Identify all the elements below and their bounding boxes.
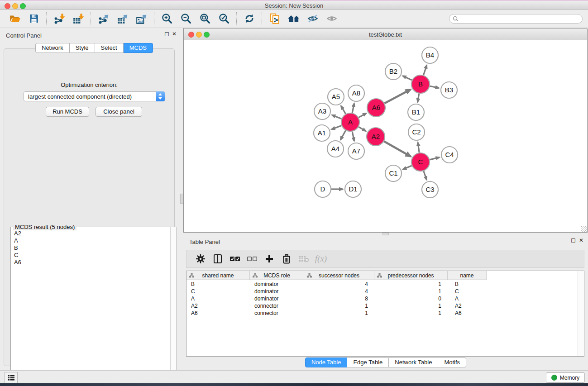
mcds-tab-content: Optimization criterion: largest connecte…: [4, 48, 175, 366]
node-B4[interactable]: B4: [422, 47, 438, 63]
search-input[interactable]: [449, 14, 583, 24]
open-folder-icon: [9, 13, 21, 24]
mcds-result-item[interactable]: A6: [11, 259, 171, 266]
table-scrollbar[interactable]: [578, 271, 584, 356]
mcds-result-item[interactable]: A2: [11, 230, 171, 237]
tab-style[interactable]: Style: [70, 43, 95, 53]
node-A[interactable]: A: [341, 113, 359, 131]
column-header-predecessor-nodes[interactable]: predecessor nodes: [374, 271, 448, 280]
node-table: shared nameMCDS rolesuccessor nodesprede…: [186, 271, 584, 357]
run-mcds-button[interactable]: Run MCDS: [46, 107, 89, 117]
node-C3[interactable]: C3: [422, 181, 438, 198]
tab-motifs[interactable]: Motifs: [438, 357, 466, 367]
zoom-in-button[interactable]: [160, 12, 174, 25]
network-window-titlebar[interactable]: testGlobe.txt: [184, 29, 587, 40]
mcds-result-item[interactable]: A: [11, 237, 171, 244]
column-header-successor-nodes[interactable]: successor nodes: [304, 271, 374, 280]
zoom-selected-icon: [218, 13, 230, 24]
table-settings-button[interactable]: [194, 253, 207, 265]
node-D[interactable]: D: [315, 181, 331, 197]
tab-mcds[interactable]: MCDS: [124, 43, 153, 53]
deselect-all-rows-button[interactable]: [246, 253, 258, 265]
memory-button[interactable]: Memory: [546, 372, 585, 383]
table-row[interactable]: A6connector11A6: [186, 310, 578, 317]
tab-node-table[interactable]: Node Table: [305, 357, 348, 367]
table-row[interactable]: A2connector11A2: [186, 302, 578, 310]
select-all-rows-button[interactable]: [229, 253, 241, 265]
cell-shared-name: A: [186, 295, 250, 302]
node-C4[interactable]: C4: [441, 147, 458, 163]
svg-text:C2: C2: [412, 128, 421, 136]
tab-select[interactable]: Select: [95, 43, 124, 53]
network-column-icon: [189, 273, 194, 278]
cell-name: C: [448, 288, 487, 295]
node-A7[interactable]: A7: [348, 143, 364, 159]
export-table-button[interactable]: [116, 12, 129, 25]
zoom-selected-button[interactable]: [217, 12, 231, 25]
edge-B-B2: [403, 76, 412, 80]
node-A4[interactable]: A4: [327, 141, 344, 157]
toggle-panel-layout-button[interactable]: [211, 253, 224, 265]
tab-network-table[interactable]: Network Table: [389, 357, 438, 367]
hide-selected-button[interactable]: [306, 12, 320, 25]
optimization-criterion-label: Optimization criterion:: [4, 81, 174, 88]
node-A8[interactable]: A8: [348, 85, 364, 101]
toolbar-separator: [236, 12, 237, 25]
mcds-result-scrollbar[interactable]: [170, 227, 177, 382]
mcds-result-item[interactable]: B: [11, 244, 171, 252]
close-panel-icon[interactable]: ✕: [172, 31, 177, 37]
zoom-fit-button[interactable]: [198, 12, 212, 25]
table-float-panel-icon[interactable]: ◻: [571, 238, 576, 243]
table-close-panel-icon[interactable]: ✕: [579, 238, 583, 243]
float-panel-icon[interactable]: ◻: [164, 31, 169, 37]
table-row[interactable]: Bdominator41B: [186, 281, 578, 288]
import-network-button[interactable]: [53, 12, 66, 25]
edge-A6-B: [385, 90, 411, 104]
node-A3[interactable]: A3: [314, 103, 330, 119]
export-network-button[interactable]: [97, 12, 110, 25]
node-B1[interactable]: B1: [408, 104, 424, 120]
task-history-button[interactable]: [5, 372, 18, 383]
table-row[interactable]: Cdominator41C: [186, 288, 578, 295]
node-B3[interactable]: B3: [441, 82, 457, 98]
export-image-button[interactable]: [135, 12, 148, 25]
node-D1[interactable]: D1: [345, 181, 361, 197]
column-label: MCDS role: [263, 272, 290, 279]
apply-layout-button[interactable]: [243, 12, 256, 25]
node-A5[interactable]: A5: [328, 89, 344, 105]
node-B2[interactable]: B2: [385, 63, 402, 80]
add-column-button[interactable]: [263, 253, 276, 265]
save-session-button[interactable]: [27, 12, 41, 25]
tab-edge-table[interactable]: Edge Table: [347, 357, 389, 367]
node-A6[interactable]: A6: [367, 99, 385, 117]
node-A2[interactable]: A2: [367, 128, 385, 146]
node-C[interactable]: C: [411, 153, 430, 171]
column-header-MCDS-role[interactable]: MCDS role: [250, 271, 304, 280]
close-panel-button[interactable]: Close panel: [96, 107, 142, 117]
node-C1[interactable]: C1: [385, 165, 402, 181]
zoom-out-button[interactable]: [179, 12, 193, 25]
cell-predecessor-nodes: 1: [374, 302, 448, 310]
table-row[interactable]: Adominator80A: [186, 295, 578, 302]
cell-MCDS-role: connector: [250, 310, 304, 317]
import-table-button[interactable]: [72, 12, 85, 25]
mcds-result-item[interactable]: C: [11, 252, 171, 259]
show-all-button[interactable]: [325, 12, 339, 25]
tab-network[interactable]: Network: [35, 43, 70, 53]
first-neighbors-button[interactable]: [287, 12, 301, 25]
network-canvas[interactable]: B4 B2 B B3 A5 A8 A6 B1 A3 A C2 A1 A2 A4 …: [184, 40, 587, 232]
edge-B-B4: [424, 65, 427, 75]
new-network-from-selection-button[interactable]: [268, 12, 282, 25]
open-session-button[interactable]: [8, 12, 22, 25]
node-C2[interactable]: C2: [408, 124, 425, 140]
node-A1[interactable]: A1: [314, 125, 330, 141]
eye-slash-icon: [307, 13, 319, 24]
control-panel: Control Panel ◻ ✕ NetworkStyleSelectMCDS…: [0, 28, 180, 371]
window-resize-grip[interactable]: [581, 226, 587, 232]
delete-columns-button[interactable]: [280, 253, 293, 265]
memory-status-icon: [551, 375, 557, 381]
optimization-criterion-dropdown[interactable]: largest connected component (directed): [24, 91, 165, 101]
column-header-name[interactable]: name: [448, 271, 487, 280]
column-header-shared-name[interactable]: shared name: [186, 271, 250, 280]
node-B[interactable]: B: [411, 75, 430, 93]
